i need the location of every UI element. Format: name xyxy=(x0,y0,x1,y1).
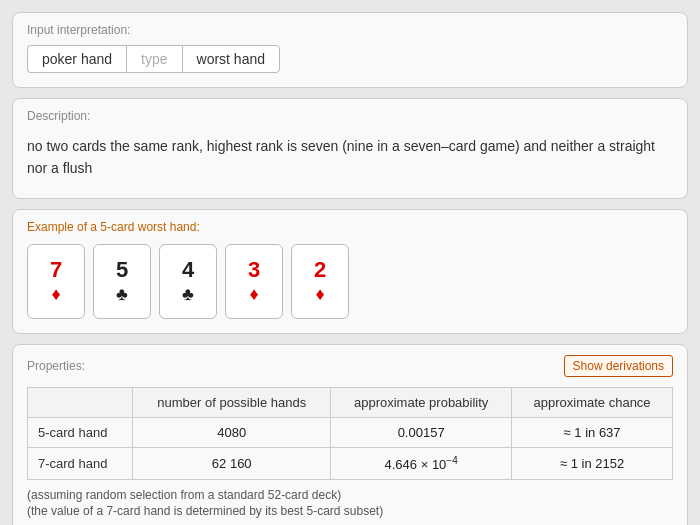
col-header-empty xyxy=(28,387,133,417)
card-5-suit: ♦ xyxy=(315,285,324,303)
input-interpretation-section: Input interpretation: poker hand type wo… xyxy=(12,12,688,88)
example-section: Example of a 5-card worst hand: 7 ♦ 5 ♣ … xyxy=(12,209,688,334)
row-5card-chance: ≈ 1 in 637 xyxy=(512,417,673,447)
footnotes: (assuming random selection from a standa… xyxy=(27,488,673,518)
card-2: 5 ♣ xyxy=(93,244,151,319)
card-1-rank: 7 xyxy=(50,259,62,281)
table-row-5card: 5-card hand 4080 0.00157 ≈ 1 in 637 xyxy=(28,417,673,447)
card-3-rank: 4 xyxy=(182,259,194,281)
card-1: 7 ♦ xyxy=(27,244,85,319)
show-derivations-button[interactable]: Show derivations xyxy=(564,355,673,377)
table-row-7card: 7-card hand 62 160 4.646 × 10−4 ≈ 1 in 2… xyxy=(28,447,673,479)
properties-header: Properties: Show derivations xyxy=(27,355,673,377)
breadcrumb-type[interactable]: type xyxy=(126,45,181,73)
properties-label: Properties: xyxy=(27,359,85,373)
col-header-chance: approximate chance xyxy=(512,387,673,417)
cards-container: 7 ♦ 5 ♣ 4 ♣ 3 ♦ 2 ♦ xyxy=(27,244,673,319)
footnote-2: (the value of a 7-card hand is determine… xyxy=(27,504,673,518)
row-5card-label: 5-card hand xyxy=(28,417,133,447)
row-7card-hands: 62 160 xyxy=(133,447,331,479)
row-7card-probability: 4.646 × 10−4 xyxy=(331,447,512,479)
breadcrumb: poker hand type worst hand xyxy=(27,45,673,73)
card-5-rank: 2 xyxy=(314,259,326,281)
card-4-rank: 3 xyxy=(248,259,260,281)
card-4: 3 ♦ xyxy=(225,244,283,319)
example-label: Example of a 5-card worst hand: xyxy=(27,220,673,234)
row-7card-chance: ≈ 1 in 2152 xyxy=(512,447,673,479)
description-section: Description: no two cards the same rank,… xyxy=(12,98,688,199)
col-header-probability: approximate probability xyxy=(331,387,512,417)
row-5card-hands: 4080 xyxy=(133,417,331,447)
card-3: 4 ♣ xyxy=(159,244,217,319)
card-1-suit: ♦ xyxy=(51,285,60,303)
row-5card-probability: 0.00157 xyxy=(331,417,512,447)
card-2-suit: ♣ xyxy=(116,285,128,303)
col-header-hands: number of possible hands xyxy=(133,387,331,417)
card-3-suit: ♣ xyxy=(182,285,194,303)
card-4-suit: ♦ xyxy=(249,285,258,303)
card-2-rank: 5 xyxy=(116,259,128,281)
description-label: Description: xyxy=(27,109,673,123)
row-7card-label: 7-card hand xyxy=(28,447,133,479)
description-text: no two cards the same rank, highest rank… xyxy=(27,131,673,184)
properties-section: Properties: Show derivations number of p… xyxy=(12,344,688,525)
breadcrumb-poker-hand[interactable]: poker hand xyxy=(27,45,126,73)
footnote-1: (assuming random selection from a standa… xyxy=(27,488,673,502)
table-header-row: number of possible hands approximate pro… xyxy=(28,387,673,417)
card-5: 2 ♦ xyxy=(291,244,349,319)
breadcrumb-worst-hand[interactable]: worst hand xyxy=(182,45,280,73)
input-interpretation-label: Input interpretation: xyxy=(27,23,673,37)
properties-table: number of possible hands approximate pro… xyxy=(27,387,673,480)
